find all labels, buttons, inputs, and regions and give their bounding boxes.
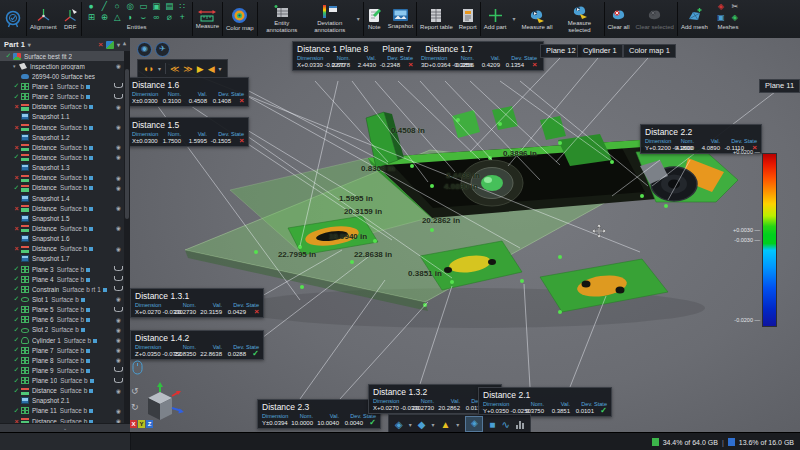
add-part-dropdown[interactable]: ▾: [509, 0, 518, 38]
tree-row[interactable]: ✓Plane 5Surface b: [0, 305, 124, 315]
orientation-cube[interactable]: [138, 382, 184, 424]
curve-toggle-icon[interactable]: [113, 266, 124, 272]
axis-entity-icon[interactable]: +: [176, 12, 189, 23]
tree-row[interactable]: Snapshot 1.2: [0, 132, 124, 142]
visibility-eye-icon[interactable]: ◉: [113, 63, 124, 69]
arc-entity-icon[interactable]: ⌣: [137, 12, 150, 23]
visibility-eye-icon[interactable]: ◉: [113, 225, 124, 231]
visibility-eye-icon[interactable]: ◉: [113, 337, 124, 343]
note-button[interactable]: Note: [364, 0, 385, 38]
clear-all-button[interactable]: Clear all: [605, 0, 633, 38]
tree-row[interactable]: Snapshot 1.6: [0, 234, 124, 244]
tree-row[interactable]: ✓ConstrainSurface b rt 1: [0, 284, 124, 294]
tree-row[interactable]: ✓Plane 9Surface b: [0, 365, 124, 375]
visibility-eye-icon[interactable]: ◉: [113, 185, 124, 191]
visibility-eye-icon[interactable]: ◉: [113, 408, 124, 414]
tree-row[interactable]: ×DistanceSurface b◉: [0, 223, 124, 233]
tree-row[interactable]: ✓Plane 10Surface b: [0, 376, 124, 386]
tree-filter-dropdown-icon[interactable]: ▾: [117, 41, 120, 48]
tree-row[interactable]: Snapshot 2.1: [0, 396, 124, 406]
measure-selected-button[interactable]: Measure selected: [556, 0, 604, 38]
measure-all-button[interactable]: Measure all: [519, 0, 556, 38]
prev-view-icon[interactable]: ◀: [208, 64, 215, 74]
visibility-eye-icon[interactable]: ◉: [113, 296, 124, 302]
report-button[interactable]: Report: [456, 0, 480, 38]
probe-path-icon[interactable]: ∿: [501, 419, 509, 430]
feature-tag[interactable]: Color map 1: [623, 44, 676, 58]
visibility-eye-icon[interactable]: ◉: [113, 317, 124, 323]
certification-badge-icon[interactable]: [0, 0, 26, 38]
tree-row[interactable]: Snapshot 1.5: [0, 213, 124, 223]
tree-row[interactable]: ✓Slot 1Surface b◉: [0, 294, 124, 304]
tree-row[interactable]: 26994-00 Surface bes: [0, 71, 124, 81]
colored-shapes-icon[interactable]: ▲: [440, 419, 450, 430]
deviation-annotations-dropdown[interactable]: ▾: [354, 0, 363, 38]
curve-toggle-icon[interactable]: [113, 83, 124, 89]
visibility-eye-icon[interactable]: ◉: [113, 327, 124, 333]
tree-row[interactable]: Snapshot 1.4: [0, 193, 124, 203]
tree-row[interactable]: ✓Plane 11Surface b◉: [0, 406, 124, 416]
mesh-flag-icon[interactable]: ◈: [714, 1, 728, 12]
mesh-scissors-icon[interactable]: ✂: [728, 1, 742, 12]
mesh-box-icon[interactable]: ▣: [714, 12, 728, 23]
mesh-display-icon[interactable]: ◈: [395, 419, 403, 430]
selected-tool-tile[interactable]: ◈: [465, 416, 483, 432]
chevron-down-icon[interactable]: ▾: [431, 421, 434, 428]
feature-tag[interactable]: Cylinder 1: [577, 44, 623, 58]
pattern-entity-icon[interactable]: ∷: [176, 1, 189, 12]
measurement-annotation[interactable]: Distance 1.6DimensionNom.Val.Dev. StateX…: [130, 77, 249, 107]
visibility-eye-icon[interactable]: ◉: [113, 144, 124, 150]
step-back-icon[interactable]: ≪: [170, 64, 179, 74]
tree-row[interactable]: ✓Surface best fit 2: [0, 51, 124, 61]
surfaces-entity-icon[interactable]: ▤: [163, 1, 176, 12]
tree-row[interactable]: Snapshot 1.3: [0, 163, 124, 173]
tree-row[interactable]: ✓DistanceSurface b◉: [0, 183, 124, 193]
merged-measurement-annotation[interactable]: Distance 1 Plane 8Plane 7Distance 1.7Dim…: [292, 41, 544, 71]
grid-entity-icon[interactable]: ⊞: [85, 12, 98, 23]
tree-scrollbar-thumb[interactable]: [125, 69, 129, 219]
tree-row[interactable]: ×DistanceSurface b◉: [0, 102, 124, 112]
curve-toggle-icon[interactable]: [113, 276, 124, 282]
mesh-edit-icon[interactable]: ◈: [728, 12, 742, 23]
play-icon[interactable]: ▶: [197, 64, 204, 74]
chevron-down-icon[interactable]: ▾: [219, 65, 222, 72]
measurement-annotation[interactable]: Distance 2.3DimensionNom.Val.Dev. StateY…: [257, 399, 381, 429]
tree-row[interactable]: ✓Plane 8Surface b◉: [0, 355, 124, 365]
tree-row[interactable]: ▾Inspection program◉: [0, 61, 124, 71]
visibility-eye-icon[interactable]: ◉: [113, 124, 124, 130]
probe-device-icon[interactable]: ✈: [155, 42, 170, 57]
curve-toggle-icon[interactable]: [113, 307, 124, 313]
tree-collapse-icon[interactable]: ▾: [123, 41, 126, 48]
point-entity-icon[interactable]: ●: [85, 1, 98, 12]
chevron-down-icon[interactable]: ▾: [456, 421, 459, 428]
box-entity-icon[interactable]: ▣: [150, 1, 163, 12]
tree-row[interactable]: Snapshot 1.1: [0, 112, 124, 122]
alignment-button[interactable]: Alignment: [27, 0, 60, 38]
tree-row[interactable]: ×DistanceSurface b◉: [0, 244, 124, 254]
visibility-eye-icon[interactable]: ◉: [113, 357, 124, 363]
tree-row[interactable]: ×DistanceSurface b◉: [0, 203, 124, 213]
expand-icon[interactable]: ▾: [13, 63, 19, 69]
visibility-eye-icon[interactable]: ◉: [113, 347, 124, 353]
report-table-button[interactable]: Report table: [417, 0, 456, 38]
rectangle-entity-icon[interactable]: ▭: [137, 1, 150, 12]
tree-row[interactable]: ✓Plane 7Surface b◉: [0, 345, 124, 355]
plane-tool-icon[interactable]: ■: [489, 419, 495, 430]
probe-entity-icon[interactable]: ⌀: [163, 12, 176, 23]
ellipse-entity-icon[interactable]: ◎: [124, 1, 137, 12]
curve-toggle-icon[interactable]: [113, 367, 124, 373]
feature-tag[interactable]: Plane 12: [540, 44, 582, 58]
animal-mode-icon[interactable]: ◖◗: [143, 64, 154, 74]
measurement-annotation[interactable]: Distance 1.5DimensionNom.Val.Dev. StateX…: [130, 117, 249, 147]
tree-row[interactable]: ✓DistanceSurface b◉: [0, 386, 124, 396]
feature-tag[interactable]: Plane 11: [759, 79, 800, 93]
tree-row[interactable]: Snapshot 1.7: [0, 254, 124, 264]
clear-selected-button[interactable]: Clear selected: [633, 0, 677, 38]
circle-entity-icon[interactable]: ○: [111, 1, 124, 12]
measurement-annotation[interactable]: Distance 2.1DimensionNom.Val.Dev. StateY…: [478, 387, 612, 417]
tree-footer-handle[interactable]: ⌄: [0, 423, 130, 432]
patch-entity-icon[interactable]: ◗: [124, 12, 137, 23]
tree-row[interactable]: ×DistanceSurface b◉: [0, 122, 124, 132]
deviation-annotations-button[interactable]: Deviation annotations: [306, 0, 354, 38]
3d-viewport[interactable]: 0.4508 in0.3896 in0.8308 in3.4483 in4.08…: [130, 38, 800, 432]
